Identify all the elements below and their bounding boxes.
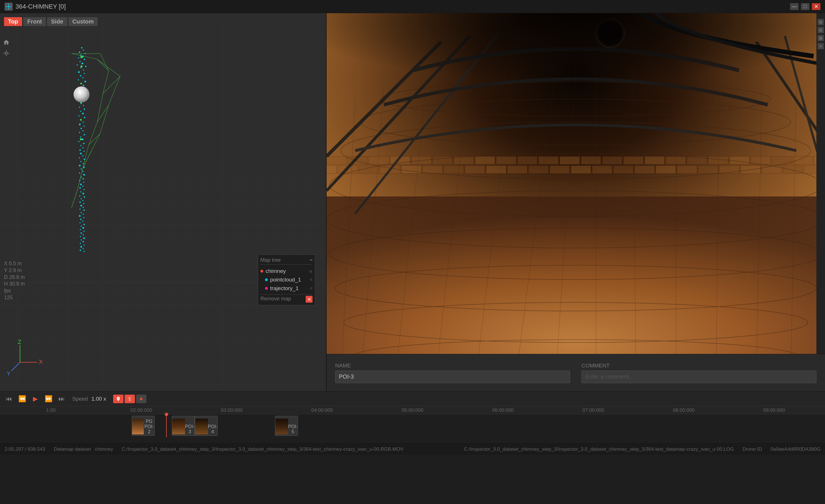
svg-rect-210 <box>326 166 336 174</box>
close-button[interactable]: ✕ <box>812 3 820 10</box>
svg-rect-231 <box>762 166 782 174</box>
svg-text:Y 2.9 m: Y 2.9 m <box>4 267 22 273</box>
view-side-button[interactable]: Side <box>47 17 67 26</box>
svg-rect-227 <box>677 166 697 174</box>
strip-btn-1[interactable]: ⊞ <box>818 19 824 25</box>
svg-point-74 <box>78 79 79 80</box>
skip-forward-button[interactable]: ⏭ <box>57 394 66 404</box>
svg-point-125 <box>80 183 82 185</box>
svg-rect-232 <box>783 166 803 174</box>
maptree-item-chimney[interactable]: chimney ∨ <box>260 267 312 275</box>
view-front-button[interactable]: Front <box>23 17 46 26</box>
minimize-button[interactable]: — <box>790 3 799 10</box>
timeline-track[interactable]: PG POI-2 POI-3 POI-4 POI-5 <box>0 414 825 437</box>
prev-frame-button[interactable]: ⏪ <box>17 394 27 404</box>
trajectory-chevron[interactable]: < <box>310 286 312 291</box>
svg-rect-201 <box>645 156 665 164</box>
svg-rect-228 <box>698 166 718 174</box>
time-mark-3: 04:00:000 <box>277 408 368 413</box>
remove-map-label[interactable]: Remove map <box>260 296 291 303</box>
thumbnail-label-poi4: POI-4 <box>208 424 217 434</box>
window-title: 364-CHIMNEY [0] <box>15 3 66 10</box>
svg-text:Y: Y <box>7 371 10 376</box>
viewport-3d-canvas[interactable]: X Z Y X 0.5 m Y 2.9 m D 28.8 m H 30.8 m … <box>0 13 326 391</box>
chimney-chevron[interactable]: ∨ <box>309 269 312 274</box>
svg-rect-225 <box>634 166 655 174</box>
svg-point-137 <box>80 205 82 206</box>
maptree-header: Map tree − <box>260 257 312 265</box>
next-frame-button[interactable]: ⏩ <box>44 394 53 404</box>
svg-text:H 30.8 m: H 30.8 m <box>4 281 25 287</box>
svg-point-121 <box>81 176 82 178</box>
svg-point-152 <box>83 231 84 232</box>
svg-point-126 <box>82 185 83 187</box>
svg-point-144 <box>83 217 84 218</box>
strip-btn-4[interactable]: ≡ <box>818 43 824 49</box>
svg-point-68 <box>80 67 82 69</box>
timeline-area[interactable]: 1:00 02:00:000 03:00:000 04:00:000 05:00… <box>0 406 825 443</box>
svg-point-140 <box>83 209 85 211</box>
comment-input[interactable] <box>582 370 816 383</box>
svg-rect-221 <box>550 166 570 174</box>
play-button[interactable]: ▶ <box>30 394 40 404</box>
bottom-area: ⏮ ⏪ ▶ ⏩ ⏭ Speed 1.00 x <box>0 391 825 504</box>
pointcloud-chevron[interactable]: < <box>310 277 312 282</box>
timeline-thumbnail-poi2[interactable]: PG POI-2 <box>132 416 155 436</box>
target-icon[interactable] <box>2 49 11 58</box>
svg-rect-222 <box>571 166 591 174</box>
svg-point-95 <box>79 123 81 125</box>
svg-point-60 <box>80 55 82 56</box>
path-icon-btn[interactable] <box>125 395 135 403</box>
maptree-item-trajectory[interactable]: trajectory_1 < <box>260 284 312 293</box>
pointcloud-label: pointcloud_1 <box>270 277 301 283</box>
svg-point-99 <box>79 132 80 133</box>
svg-point-133 <box>81 198 82 199</box>
timeline-thumbnail-poi5[interactable]: POI-5 <box>275 416 298 436</box>
view-custom-button[interactable]: Custom <box>68 17 98 26</box>
speed-label: Speed <box>72 396 88 402</box>
view-buttons: Top Front Side Custom <box>4 17 98 26</box>
svg-point-123 <box>79 180 80 181</box>
red-marker-btn[interactable] <box>136 395 146 403</box>
svg-point-67 <box>85 66 86 67</box>
svg-rect-191 <box>433 156 453 164</box>
svg-rect-226 <box>656 166 676 174</box>
svg-rect-199 <box>602 156 622 164</box>
remove-map-button[interactable]: ✕ <box>306 296 312 303</box>
svg-point-160 <box>83 245 84 246</box>
strip-btn-3[interactable]: ⊠ <box>818 35 824 41</box>
strip-btn-2[interactable]: ⊟ <box>818 27 824 33</box>
maximize-button[interactable]: □ <box>801 3 810 10</box>
svg-point-167 <box>80 83 82 84</box>
playhead[interactable] <box>166 414 167 437</box>
svg-rect-214 <box>401 166 422 174</box>
view-top-button[interactable]: Top <box>4 17 22 26</box>
svg-point-145 <box>80 219 82 220</box>
timeline-thumbnail-poi4[interactable]: POI-4 <box>195 416 218 436</box>
svg-point-132 <box>84 196 85 198</box>
name-input[interactable] <box>335 370 570 383</box>
svg-point-57 <box>83 50 84 51</box>
home-icon[interactable] <box>2 38 11 47</box>
maptree-collapse-icon[interactable]: − <box>309 257 312 263</box>
svg-rect-200 <box>623 156 644 164</box>
svg-rect-196 <box>538 156 558 164</box>
svg-point-129 <box>80 191 82 192</box>
right-panel: ⊞ ⊟ ⊠ ≡ Name Comment <box>326 13 825 391</box>
svg-rect-217 <box>465 166 485 174</box>
camera-icon-btn[interactable] <box>113 395 124 403</box>
svg-point-63 <box>84 59 85 60</box>
time-mark-1: 02:00:000 <box>96 408 187 413</box>
svg-point-70 <box>78 71 80 73</box>
svg-point-149 <box>81 226 82 227</box>
3d-viewport[interactable]: Top Front Side Custom <box>0 13 326 391</box>
svg-rect-224 <box>613 166 633 174</box>
skip-back-button[interactable]: ⏮ <box>4 394 14 404</box>
svg-rect-205 <box>729 156 749 164</box>
svg-rect-223 <box>592 166 612 174</box>
maptree-item-pointcloud[interactable]: pointcloud_1 < <box>260 275 312 284</box>
svg-point-101 <box>80 136 81 138</box>
timeline-thumbnail-poi3[interactable]: POI-3 <box>172 416 195 436</box>
svg-point-148 <box>83 224 85 225</box>
svg-point-151 <box>80 229 81 230</box>
